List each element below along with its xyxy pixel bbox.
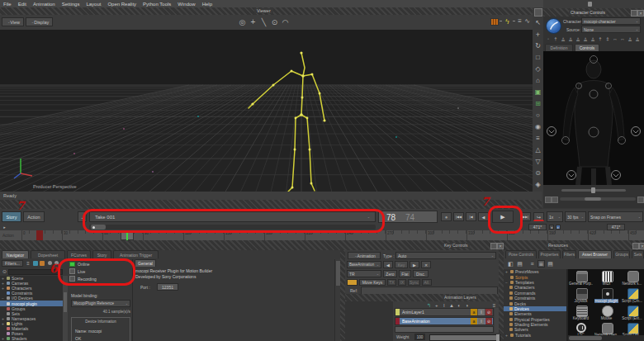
asset-label-selected[interactable]: mocopi plugin xyxy=(594,299,618,303)
tab-dopesheet[interactable]: Dopesheet xyxy=(31,250,65,258)
scroll-thumb[interactable] xyxy=(585,197,601,201)
view-tiles-icon[interactable]: ▤ xyxy=(547,260,554,268)
corner-box[interactable] xyxy=(552,197,558,203)
pan-tool-icon[interactable]: + xyxy=(249,17,258,26)
live-checkbox-row[interactable]: Live xyxy=(69,268,132,275)
recording-checkbox-row[interactable]: Recording xyxy=(69,275,132,282)
zoom-tool-icon[interactable]: ⊙ xyxy=(270,17,279,26)
view-details-icon[interactable]: ▤ xyxy=(516,260,523,268)
rig-figure-icon[interactable]: ♙ xyxy=(582,35,589,43)
zero-button[interactable]: Zero xyxy=(383,270,397,277)
tree-item-shaders[interactable]: +Shaders xyxy=(0,336,63,341)
play-button[interactable]: ▶ xyxy=(492,211,514,223)
arc-tool-icon[interactable]: ◠ xyxy=(281,17,290,26)
timeline-ruler[interactable]: Action 0 30 60 90 120 150 180 210 240 27… xyxy=(0,230,644,240)
tab-story[interactable]: Story xyxy=(92,250,111,258)
asset-label[interactable]: Script (Cm... xyxy=(620,299,644,303)
snap-select[interactable]: Snap on Frames⌄ xyxy=(588,211,643,222)
mocap-skeleton[interactable] xyxy=(0,30,533,192)
tree-item-tutorials[interactable]: +Tutorials xyxy=(504,333,566,338)
list-display-icon[interactable]: ≡ xyxy=(516,17,523,26)
layer-row-baseanimation[interactable]: BaseAnimation a I ⊘ xyxy=(395,317,494,325)
viewport-3d[interactable]: Producer Perspective xyxy=(0,30,533,192)
tab-navigator[interactable]: Navigator xyxy=(2,250,29,258)
filter-cyan-icon[interactable] xyxy=(33,261,38,266)
asset-label[interactable]: Joystick xyxy=(569,299,593,303)
view-list-icon[interactable]: ≡ xyxy=(528,260,536,268)
layer-mute-icon[interactable]: ⊘ xyxy=(485,318,492,324)
tree-scrollbar[interactable] xyxy=(63,276,68,341)
move-keys-button[interactable]: Move Keys xyxy=(359,279,386,286)
slider-thumb[interactable] xyxy=(496,334,500,341)
tab-filters[interactable]: Filters xyxy=(562,250,576,258)
pin-icon[interactable] xyxy=(588,2,592,7)
asset-icon-joystick[interactable] xyxy=(576,288,588,300)
previous-key-button[interactable]: ◀ xyxy=(383,261,393,268)
tab-asset-browser[interactable]: Asset Browser xyxy=(578,250,612,258)
asset-icon-script-ext[interactable] xyxy=(627,305,639,317)
corner-box[interactable] xyxy=(545,197,552,203)
menu-layout[interactable]: Layout xyxy=(86,2,101,7)
rig-figure-icon[interactable]: ♙ xyxy=(575,35,581,43)
tab-fcurves[interactable]: FCurves xyxy=(67,250,91,258)
rig-cross-icon[interactable]: ‡ xyxy=(604,35,611,43)
asset-grid-hscrollbar[interactable] xyxy=(568,335,644,341)
display-grid-icon[interactable] xyxy=(490,18,499,26)
menu-animation[interactable]: Animation xyxy=(33,2,55,7)
delete-key-button[interactable]: ✕ xyxy=(421,261,431,268)
lock-panel-icon[interactable] xyxy=(490,243,497,249)
list-tool-icon[interactable]: ≡ xyxy=(533,134,542,143)
line-tool-icon[interactable]: ╲ xyxy=(259,17,268,26)
sync-button[interactable]: Sync xyxy=(408,279,420,286)
fcurve-display-icon[interactable]: ϟ xyxy=(504,17,511,26)
layer-mute-icon[interactable]: ⊘ xyxy=(485,309,492,315)
weight-slider[interactable] xyxy=(429,334,500,341)
menu-help[interactable]: Help xyxy=(202,2,212,7)
rig-swap-icon[interactable]: ↔ xyxy=(612,35,618,43)
asset-icon-mocopi-plugin[interactable] xyxy=(602,288,613,300)
speed-select[interactable]: 1x⌄ xyxy=(547,211,563,222)
take-select[interactable]: Take 001⌄ xyxy=(89,211,376,222)
fps-select[interactable]: 30 fps⌄ xyxy=(565,211,586,222)
asset-icon-general-purpose[interactable] xyxy=(576,271,588,282)
rig-dot-icon[interactable]: ◦ xyxy=(545,35,552,43)
tab-controls[interactable]: Controls xyxy=(575,44,599,51)
close-panel-icon[interactable]: ✕ xyxy=(637,10,644,17)
previous-key-button[interactable]: |◀ xyxy=(466,212,476,221)
menu-settings[interactable]: Settings xyxy=(62,2,80,7)
disc-button[interactable]: Disc. xyxy=(413,270,429,277)
gem-tool-icon[interactable]: ◈ xyxy=(533,180,542,189)
target-tool-icon[interactable]: ◉ xyxy=(533,122,542,131)
rotate-tool-icon[interactable]: ↻ xyxy=(533,41,542,50)
key-button[interactable]: Key xyxy=(395,261,408,268)
menu-python-tools[interactable]: Python Tools xyxy=(143,2,171,7)
rig-pose-icon[interactable]: † xyxy=(552,35,559,43)
next-key-button[interactable]: ▶ xyxy=(410,261,419,268)
asset-icon-ltc[interactable] xyxy=(576,323,586,333)
character-cells-view[interactable] xyxy=(543,51,644,185)
loop-mode-icon[interactable]: ↪ xyxy=(533,212,544,221)
animation-menu-button[interactable]: ⌄Animation xyxy=(348,252,381,259)
timeline-options-icon[interactable]: ▸ xyxy=(2,224,7,230)
key-color-swatch[interactable] xyxy=(347,279,358,286)
rig-swap-icon[interactable]: ↔ xyxy=(619,35,626,43)
list-mode-icon[interactable]: ≡ xyxy=(25,260,31,267)
tx-button[interactable]: TX xyxy=(387,279,396,286)
base-animation-select[interactable]: BaseAnimation⌄ xyxy=(347,261,381,268)
slider-thumb[interactable] xyxy=(591,187,595,193)
timeline-scrollbar[interactable] xyxy=(89,225,376,230)
zoom-out-range-button[interactable]: ◂ xyxy=(549,225,554,230)
weight-value-field[interactable]: 100 xyxy=(414,334,425,340)
character-select[interactable]: mocopi-character⌄ xyxy=(581,17,641,25)
asset-icon-mouse[interactable] xyxy=(602,305,613,317)
select-tool-icon[interactable]: ↖ xyxy=(533,18,542,27)
all-button[interactable]: All. xyxy=(422,279,432,286)
asset-icon-script[interactable] xyxy=(627,288,639,300)
lock-panel-icon[interactable] xyxy=(632,243,639,249)
live-checkbox[interactable] xyxy=(69,268,75,274)
viewer-titlebar[interactable]: Viewer xyxy=(0,7,533,15)
clipboard-icon[interactable] xyxy=(534,8,542,17)
cube-tool-icon[interactable]: ▣ xyxy=(533,88,542,97)
asset-icon-network[interactable] xyxy=(627,271,639,282)
tr-select[interactable]: TR⌄ xyxy=(347,270,381,277)
